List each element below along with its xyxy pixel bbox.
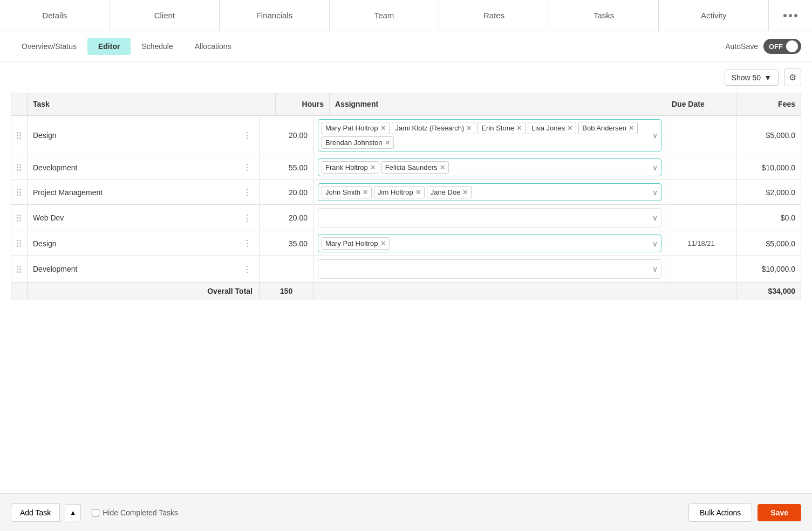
drag-dots-icon [17,240,22,247]
assignment-cell: ∨ [313,256,666,282]
assignment-chevron-icon[interactable]: ∨ [652,188,658,197]
task-menu-button[interactable]: ⋮ [241,212,254,224]
due-date-cell[interactable]: 11/18/21 [666,231,736,256]
task-name-text: Design [33,239,57,248]
task-menu-button[interactable]: ⋮ [241,237,254,250]
bulk-actions-button[interactable]: Bulk Actions [688,504,752,522]
due-date-cell[interactable] [666,256,736,282]
task-table-container: Task Hours Assignment Due Date Fees D [0,93,812,374]
add-task-button[interactable]: Add Task [11,504,60,522]
total-row: Overall Total 150 $34,000 [11,282,801,300]
task-menu-button[interactable]: ⋮ [241,263,254,275]
settings-button[interactable]: ⚙ [784,68,801,86]
tag-remove-button[interactable]: ✕ [466,125,472,132]
tag-remove-button[interactable]: ✕ [567,125,572,132]
fees-cell: $10,000.0 [736,155,801,180]
due-date-cell[interactable] [666,155,736,180]
assignment-chevron-icon[interactable]: ∨ [652,265,658,273]
assignment-wrap[interactable]: Mary Pat Holtrop ✕ ∨ [318,235,661,252]
tag-remove-button[interactable]: ✕ [380,240,386,247]
subtab-overview[interactable]: Overview/Status [11,38,87,55]
drag-handle[interactable] [11,155,28,180]
show-select[interactable]: Show 50 ▼ [725,70,779,86]
tag-remove-button[interactable]: ✕ [363,189,368,196]
subtab-schedule[interactable]: Schedule [131,38,183,55]
assignment-tag: Erin Stone ✕ [477,122,526,134]
tag-remove-button[interactable]: ✕ [629,125,634,132]
tab-financials[interactable]: Financials [220,0,330,31]
drag-handle[interactable] [11,205,28,231]
drag-header [11,93,28,115]
tab-client[interactable]: Client [110,0,220,31]
hours-cell: 55.00 [260,155,313,180]
subtab-editor[interactable]: Editor [87,38,131,55]
tag-remove-button[interactable]: ✕ [440,164,445,171]
toolbar: Show 50 ▼ ⚙ [0,62,812,93]
assignment-wrap[interactable]: ∨ [318,208,661,227]
top-nav: Details Client Financials Team Rates Tas… [0,0,812,31]
assignment-wrap[interactable]: Mary Pat Holtrop ✕ Jami Klotz (Research)… [318,119,661,151]
tab-tasks[interactable]: Tasks [549,0,659,31]
tag-name: Mary Pat Holtrop [325,124,378,132]
autosave-toggle[interactable]: OFF [763,39,801,54]
hide-completed-label[interactable]: Hide Completed Tasks [92,508,178,517]
task-table: Task Hours Assignment Due Date Fees [11,93,801,115]
fees-cell: $5,000.0 [736,116,801,155]
tag-remove-button[interactable]: ✕ [516,125,522,132]
tag-remove-button[interactable]: ✕ [415,189,421,196]
task-name-cell: Project Management ⋮ [28,180,260,205]
tab-rates[interactable]: Rates [439,0,549,31]
assignment-tag: Frank Holtrop ✕ [322,161,379,174]
tag-name: John Smith [325,188,360,196]
task-name-cell: Web Dev ⋮ [28,205,260,231]
task-name-cell: Design ⋮ [28,231,260,256]
tag-remove-button[interactable]: ✕ [370,164,376,171]
dropdown-arrow-icon: ▼ [764,73,772,82]
add-task-arrow-button[interactable]: ▲ [65,504,81,521]
assignment-chevron-icon[interactable]: ∨ [652,239,658,248]
total-label: Overall Total [28,282,260,300]
tag-remove-button[interactable]: ✕ [462,189,468,196]
drag-handle[interactable] [11,256,28,282]
tab-activity[interactable]: Activity [659,0,769,31]
table-scroll-area[interactable]: Design ⋮ 20.00 Mary Pat Holtrop ✕ Jami K… [11,115,801,374]
tab-details[interactable]: Details [0,0,110,31]
hide-completed-checkbox[interactable] [92,509,99,516]
assignment-tag: Jane Doe ✕ [427,186,472,198]
task-menu-button[interactable]: ⋮ [241,186,254,198]
tab-team[interactable]: Team [330,0,440,31]
due-date-cell[interactable] [666,205,736,231]
assignment-wrap[interactable]: ∨ [318,259,661,279]
assignment-wrap[interactable]: John Smith ✕ Jim Holtrop ✕ Jane Doe ✕ ∨ [318,183,661,201]
save-button[interactable]: Save [758,504,801,521]
assignment-chevron-icon[interactable]: ∨ [652,213,658,222]
tag-name: Brendan Johnston [325,139,383,147]
assignment-tag: Mary Pat Holtrop ✕ [322,122,390,134]
table-row: Development ⋮ 55.00 Frank Holtrop ✕ Feli… [11,155,801,180]
task-name-text: Project Management [33,188,103,197]
task-menu-button[interactable]: ⋮ [241,161,254,174]
tag-remove-button[interactable]: ✕ [385,139,390,147]
subtab-allocations[interactable]: Allocations [184,38,242,55]
due-date-cell[interactable] [666,180,736,205]
tag-remove-button[interactable]: ✕ [380,125,386,132]
autosave-label: AutoSave [725,42,758,51]
dot2 [789,14,792,17]
tab-more[interactable] [769,0,812,31]
assignment-chevron-icon[interactable]: ∨ [652,131,658,140]
assignment-tag: Felicia Saunders ✕ [381,161,449,174]
drag-handle[interactable] [11,116,28,155]
drag-handle[interactable] [11,231,28,256]
drag-handle[interactable] [11,180,28,205]
autosave-area: AutoSave OFF [725,39,801,54]
show-label: Show 50 [732,73,761,82]
assignment-wrap[interactable]: Frank Holtrop ✕ Felicia Saunders ✕ ∨ [318,158,661,176]
assignment-chevron-icon[interactable]: ∨ [652,163,658,172]
tag-name: Jami Klotz (Research) [395,124,465,132]
total-assign [313,282,666,300]
assignment-tag: Jami Klotz (Research) ✕ [392,122,476,134]
dot3 [794,14,797,17]
drag-dots-icon [17,266,22,273]
due-date-cell[interactable] [666,116,736,155]
task-menu-button[interactable]: ⋮ [241,129,254,142]
